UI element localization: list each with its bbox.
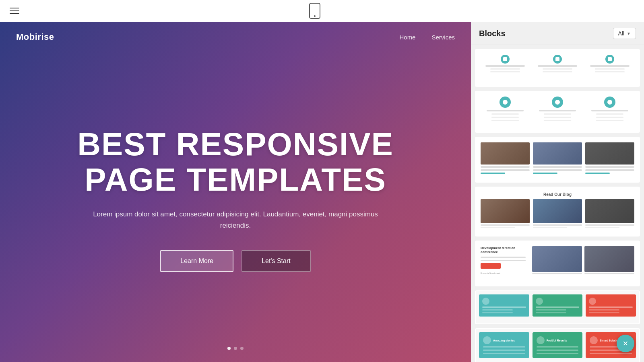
circle-icon: [500, 97, 511, 108]
block-col: [533, 97, 582, 121]
block-preview-6: [476, 291, 639, 323]
text-line: [585, 166, 634, 168]
conference-sublabel: financial treatment: [481, 272, 526, 274]
brand-name: Mobirise: [16, 32, 54, 42]
text-line: [584, 273, 634, 274]
feature-icon: [553, 55, 562, 64]
carousel-dots: [0, 347, 471, 362]
lets-start-button[interactable]: Let's Start: [242, 250, 311, 272]
text-line: [537, 346, 579, 348]
text-line-short: [491, 120, 518, 121]
text-line-short: [585, 227, 619, 228]
text-line-short: [543, 71, 572, 72]
carousel-dot-1[interactable]: [227, 347, 231, 350]
read-more-link: [481, 173, 505, 174]
panel-circle-icon: [483, 336, 491, 344]
close-button[interactable]: ×: [617, 335, 634, 352]
nav-services[interactable]: Services: [431, 34, 455, 41]
hero-section: Mobirise Home Services BEST RESPONSIVE P…: [0, 22, 471, 362]
text-line-short: [544, 120, 571, 121]
block-thumb-features-colored[interactable]: [475, 290, 640, 324]
feature-icon: [605, 55, 614, 64]
block-thumb-colored-panels[interactable]: Amazing stories Fruitful Results: [475, 328, 640, 362]
blog-card: [585, 199, 634, 228]
text-line: [485, 65, 525, 67]
text-line: [481, 166, 530, 168]
conference-card: [584, 246, 634, 274]
text-line-short: [490, 71, 520, 72]
read-more-link: [585, 173, 610, 174]
block-row: Development direction conference financi…: [481, 246, 634, 274]
blog-card-img: [585, 199, 634, 223]
block-preview-2: [476, 92, 639, 132]
text-line-short: [536, 309, 566, 311]
hero-buttons: Learn More Let's Start: [160, 250, 310, 272]
text-line: [537, 353, 579, 354]
conference-card: [532, 246, 582, 274]
block-preview-3: [476, 138, 639, 182]
text-line: [589, 306, 633, 308]
blocks-scroll-area[interactable]: Read Our Blog: [471, 45, 644, 362]
canvas: Mobirise Home Services BEST RESPONSIVE P…: [0, 22, 471, 362]
panel-circle-icon: [590, 336, 598, 344]
block-col: [481, 97, 530, 121]
blocks-filter-dropdown[interactable]: All ▼: [613, 28, 636, 39]
text-line-short: [490, 68, 520, 70]
learn-more-button[interactable]: Learn More: [160, 250, 233, 272]
hero-nav: Mobirise Home Services: [0, 22, 471, 52]
nav-home[interactable]: Home: [399, 34, 415, 41]
text-line-short: [544, 117, 571, 118]
text-line: [483, 350, 525, 351]
block-preview-1: [476, 50, 639, 86]
text-line-short: [491, 113, 518, 115]
feature-icon: [501, 55, 510, 64]
panel-col: Amazing stories: [479, 332, 529, 358]
text-line-short: [536, 312, 566, 313]
blog-card: [533, 199, 582, 228]
panel-label: Fruitful Results: [547, 339, 567, 342]
block-col: [585, 142, 634, 174]
blog-header-label: Read Our Blog: [543, 192, 572, 197]
text-line-short: [482, 309, 513, 311]
col-icon: [536, 298, 543, 305]
circle-icon: [552, 97, 563, 108]
block-col: [585, 97, 634, 121]
text-line: [481, 224, 530, 226]
hero-content: BEST RESPONSIVE PAGE TEMPLATES Lorem ips…: [0, 52, 471, 347]
blog-card-img: [481, 199, 530, 223]
block-col: [533, 55, 582, 72]
block-thumb-blog[interactable]: Read Our Blog: [475, 187, 640, 237]
text-line-short: [596, 120, 623, 121]
text-line: [481, 260, 526, 261]
circle-icon: [604, 97, 615, 108]
chevron-down-icon: ▼: [627, 31, 631, 36]
panel-circle-icon: [537, 336, 545, 344]
text-line-short: [482, 312, 513, 313]
hero-title-line1: BEST RESPONSIVE: [77, 126, 394, 162]
text-line: [481, 169, 530, 171]
text-line: [533, 224, 582, 226]
text-line: [537, 350, 579, 351]
block-thumb-gallery[interactable]: [475, 137, 640, 183]
conference-title: Development direction conference: [481, 246, 526, 255]
block-thumb-features-circles[interactable]: [475, 91, 640, 133]
photo-card-img: [533, 142, 582, 165]
conference-badge: [481, 263, 501, 269]
block-col: [481, 55, 530, 72]
nav-links: Home Services: [399, 34, 455, 41]
text-line: [533, 166, 582, 168]
colored-col: [586, 294, 636, 317]
carousel-dot-3[interactable]: [240, 347, 244, 350]
block-row: [481, 142, 634, 174]
block-row: [481, 199, 634, 228]
block-thumb-features-icons[interactable]: [475, 49, 640, 87]
block-col: [481, 142, 530, 174]
carousel-dot-2[interactable]: [234, 347, 237, 350]
blog-card: [481, 199, 530, 228]
block-thumb-conference[interactable]: Development direction conference financi…: [475, 241, 640, 286]
panel-header: Blocks All ▼: [471, 22, 644, 45]
text-line: [483, 353, 525, 354]
hamburger-menu[interactable]: [10, 8, 19, 14]
mobile-view-toggle[interactable]: [309, 3, 320, 19]
col-icon: [482, 298, 489, 305]
